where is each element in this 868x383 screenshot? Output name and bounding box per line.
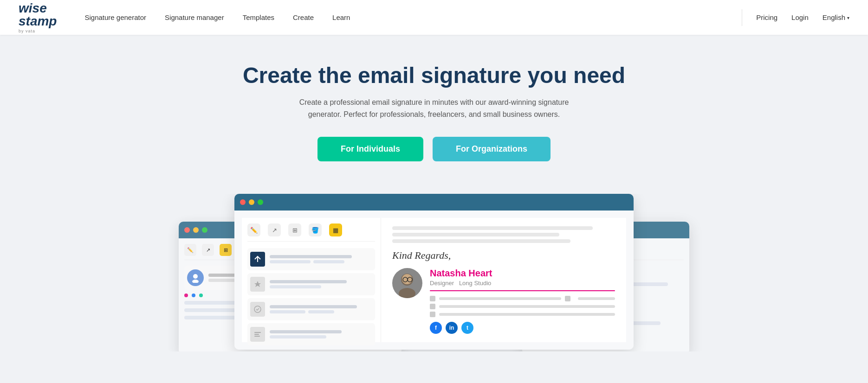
toolbar-fill[interactable]: 🪣	[309, 223, 322, 236]
email-icon	[430, 304, 435, 309]
contact-web	[430, 312, 615, 317]
template-lines-1	[270, 255, 372, 263]
email-bar	[439, 305, 615, 308]
tl-3	[270, 305, 357, 308]
mobile-icon	[565, 296, 570, 301]
pricing-link[interactable]: Pricing	[756, 13, 777, 21]
svg-rect-5	[254, 334, 259, 335]
signature-preview: Natasha Heart Designer Long Studio	[392, 268, 615, 334]
email-line-2	[392, 233, 559, 236]
email-line-3	[392, 239, 570, 243]
phone-bar	[439, 297, 561, 300]
hero-buttons: For Individuals For Organizations	[9, 137, 859, 161]
sig-title-text: Designer	[430, 280, 454, 287]
layout-icon[interactable]: ⊞	[220, 244, 232, 256]
tls-1b	[313, 260, 344, 263]
tl-2	[270, 280, 347, 283]
nav-signature-generator[interactable]: Signature generator	[84, 13, 146, 21]
svg-rect-6	[254, 336, 260, 337]
template-row-1[interactable]	[247, 248, 375, 270]
template-icon-4	[250, 327, 265, 342]
template-row-3[interactable]	[247, 298, 375, 320]
toolbar-edit[interactable]: ✏️	[247, 223, 260, 236]
share-icon[interactable]: ↗	[202, 244, 214, 256]
email-preview-panel: Kind Regards,	[381, 218, 626, 342]
social-twitter[interactable]: t	[461, 322, 473, 334]
tls-4	[270, 335, 372, 338]
sig-title: Designer Long Studio	[430, 280, 615, 287]
header-divider	[742, 9, 742, 26]
social-linkedin[interactable]: in	[446, 322, 458, 334]
svg-point-9	[402, 274, 412, 284]
email-line-1	[392, 226, 593, 230]
language-label: English	[823, 13, 845, 21]
login-link[interactable]: Login	[791, 13, 809, 21]
social-facebook[interactable]: f	[430, 322, 442, 334]
sig-details: Natasha Heart Designer Long Studio	[430, 268, 615, 334]
svg-rect-4	[254, 332, 261, 333]
tls-1a	[270, 260, 311, 263]
contact-phone	[430, 296, 615, 301]
svg-point-0	[193, 274, 198, 279]
main-titlebar	[234, 194, 634, 211]
tls-4a	[270, 335, 326, 338]
logo-sub: by vata	[19, 29, 57, 33]
template-row-2[interactable]	[247, 273, 375, 295]
sig-company: Long Studio	[459, 280, 491, 287]
dot3	[199, 294, 203, 297]
avatar	[392, 268, 422, 298]
main-content: ✏️ ↗ ⊞ 🪣 ▦	[234, 211, 634, 350]
template-lines-4	[270, 330, 372, 338]
main-dot-green	[258, 199, 263, 205]
phone-bar2	[578, 297, 615, 300]
main-nav: Signature generator Signature manager Te…	[84, 13, 742, 21]
toolbar-share[interactable]: ↗	[268, 223, 281, 236]
dot-red	[184, 227, 190, 233]
sig-separator	[430, 290, 615, 291]
dot-green	[202, 227, 207, 233]
contact-email	[430, 304, 615, 309]
dot1	[184, 294, 188, 297]
main-dot-yellow	[249, 199, 254, 205]
toolbar-layout[interactable]: ⊞	[288, 223, 301, 236]
main-browser-window: ✏️ ↗ ⊞ 🪣 ▦	[234, 194, 634, 350]
edit-icon[interactable]: ✏️	[184, 244, 196, 256]
chevron-down-icon: ▾	[847, 15, 849, 20]
language-link[interactable]: English ▾	[823, 13, 849, 21]
logo-text: wisestamp	[19, 2, 57, 28]
hero-section: Create the email signature you need Crea…	[0, 35, 868, 194]
template-panel: ✏️ ↗ ⊞ 🪣 ▦	[242, 218, 381, 342]
template-row-4[interactable]	[247, 323, 375, 345]
toolbar-icons: ✏️ ↗ ⊞ 🪣 ▦	[247, 223, 375, 242]
dot2	[192, 294, 195, 297]
tls-1	[270, 260, 372, 263]
web-icon	[430, 312, 435, 317]
sig-contact	[430, 296, 615, 317]
email-regards: Kind Regards,	[392, 249, 615, 262]
dot-yellow	[193, 227, 199, 233]
svg-point-8	[399, 288, 415, 298]
phone-icon	[430, 296, 435, 301]
template-lines-3	[270, 305, 372, 313]
svg-point-1	[192, 280, 199, 283]
logo[interactable]: wisestamp by vata	[19, 2, 57, 33]
template-lines-2	[270, 280, 372, 288]
tls-3a	[270, 310, 305, 313]
nav-signature-manager[interactable]: Signature manager	[165, 13, 224, 21]
template-icon-2	[250, 277, 265, 292]
nav-templates[interactable]: Templates	[243, 13, 274, 21]
for-organizations-button[interactable]: For Organizations	[433, 137, 551, 161]
sig-social: f in t	[430, 322, 615, 334]
tls-3b	[308, 310, 334, 313]
tl-1	[270, 255, 352, 258]
email-lines-top	[392, 226, 615, 243]
for-individuals-button[interactable]: For Individuals	[317, 137, 423, 161]
hero-description: Create a professional email signature in…	[290, 96, 578, 120]
template-icon-1	[250, 252, 265, 267]
nav-learn[interactable]: Learn	[332, 13, 350, 21]
toolbar-grid[interactable]: ▦	[329, 223, 342, 236]
nav-create[interactable]: Create	[293, 13, 314, 21]
tls-2a	[270, 285, 321, 288]
sig-name: Natasha Heart	[430, 268, 615, 279]
tls-3	[270, 310, 372, 313]
